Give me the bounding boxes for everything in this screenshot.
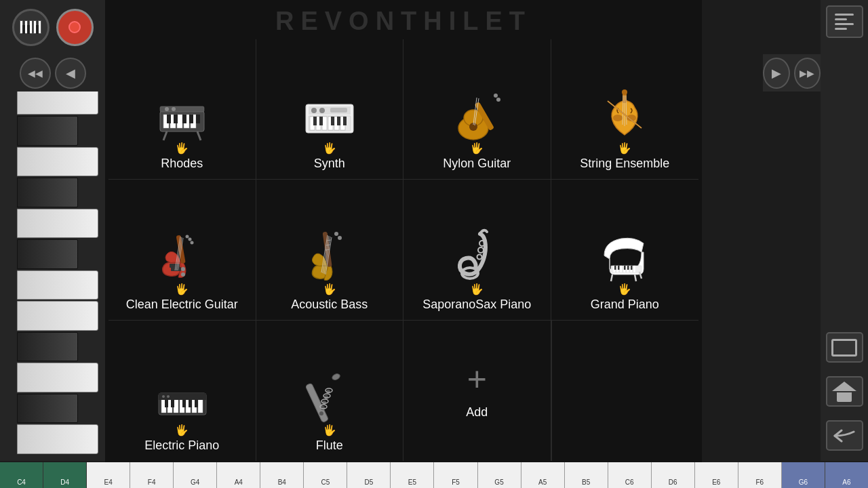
key-e5[interactable]: E5: [391, 462, 434, 488]
svg-rect-3: [177, 115, 182, 128]
saxophone-icon: [450, 228, 504, 283]
svg-rect-84: [627, 266, 629, 270]
svg-line-86: [611, 274, 612, 281]
svg-rect-26: [331, 117, 334, 125]
acoustic-bass-pin-icon: 🖐: [323, 283, 336, 296]
svg-point-53: [186, 235, 189, 238]
flute-label: Flute: [316, 439, 343, 453]
rewind-button[interactable]: ◀◀: [20, 58, 51, 89]
svg-rect-81: [614, 266, 616, 270]
fast-forward-button[interactable]: ▶▶: [794, 58, 821, 89]
svg-rect-96: [198, 399, 203, 413]
instrument-cell-saporano-sax[interactable]: 🖐 SaporanoSax Piano: [403, 180, 551, 320]
svg-rect-20: [322, 117, 327, 130]
grand-piano-label: Grand Piano: [591, 298, 659, 312]
screen-button[interactable]: [826, 332, 863, 363]
acoustic-bass-icon: [302, 228, 357, 283]
svg-point-63: [334, 232, 338, 236]
key-c4[interactable]: C4: [0, 462, 43, 488]
instrument-cell-acoustic-bass[interactable]: 🖐 Acoustic Bass: [256, 180, 404, 320]
nylon-guitar-pin-icon: 🖐: [470, 142, 484, 155]
instrument-cell-synth[interactable]: 🖐 Synth: [256, 39, 404, 180]
svg-point-64: [338, 236, 342, 240]
key-d4[interactable]: D4: [43, 462, 87, 488]
step-back-button[interactable]: ◀: [55, 58, 86, 89]
synth-icon: [300, 94, 358, 142]
svg-rect-6: [167, 115, 171, 123]
sax-pin-icon: 🖐: [470, 283, 484, 296]
synth-pin-icon: 🖐: [323, 142, 336, 155]
key-f5[interactable]: F5: [434, 462, 477, 488]
key-b4[interactable]: B4: [260, 462, 304, 488]
acoustic-bass-label: Acoustic Bass: [291, 298, 368, 312]
svg-line-11: [163, 131, 167, 140]
rhodes-pin-icon: 🖐: [175, 142, 189, 155]
home-button[interactable]: [826, 376, 863, 407]
svg-rect-24: [313, 117, 317, 125]
electric-piano-icon: [153, 380, 211, 424]
key-c6[interactable]: C6: [608, 462, 652, 488]
key-d6[interactable]: D6: [652, 462, 695, 488]
svg-point-31: [319, 108, 325, 113]
back-button[interactable]: [826, 420, 863, 451]
sax-label: SaporanoSax Piano: [422, 298, 531, 312]
add-label: Add: [466, 405, 488, 420]
instrument-cell-electric-piano[interactable]: 🖐 Electric Piano: [108, 321, 256, 461]
key-g5[interactable]: G5: [478, 462, 521, 488]
key-g4[interactable]: G4: [174, 462, 217, 488]
key-f4[interactable]: F4: [130, 462, 174, 488]
string-ensemble-label: String Ensemble: [580, 157, 669, 171]
record-button[interactable]: [56, 9, 94, 46]
svg-point-55: [191, 241, 194, 244]
svg-rect-9: [189, 115, 193, 123]
svg-rect-85: [631, 266, 633, 270]
key-c5[interactable]: C5: [304, 462, 347, 488]
svg-point-37: [494, 94, 498, 98]
svg-rect-27: [337, 117, 340, 125]
instrument-cell-flute[interactable]: 🖐 Flute: [256, 321, 404, 461]
flute-pin-icon: 🖐: [323, 424, 336, 436]
key-e4[interactable]: E4: [87, 462, 130, 488]
svg-point-15: [172, 107, 176, 111]
svg-rect-32: [330, 108, 347, 113]
grand-piano-pin-icon: 🖐: [618, 283, 631, 296]
electric-piano-pin-icon: 🖐: [175, 424, 189, 436]
svg-rect-28: [343, 117, 347, 125]
step-forward-button[interactable]: ▶: [763, 58, 790, 89]
instrument-cell-string-ensemble[interactable]: 🖐 String Ensemble: [551, 39, 699, 180]
svg-point-52: [181, 272, 185, 277]
flute-icon: [302, 373, 357, 424]
keyboard-bar: C4 D4 E4 F4 G4 A4 B4 C5 D5 E5 F5 G5 A5 B…: [0, 462, 868, 488]
instrument-overlay: REVONTHILET: [105, 0, 702, 464]
app-title: REVONTHILET: [105, 0, 702, 39]
piano-keys-button[interactable]: [12, 9, 50, 46]
svg-line-87: [635, 274, 636, 281]
instrument-cell-clean-electric-guitar[interactable]: 🖐 Clean Electric Guitar: [108, 180, 256, 320]
svg-rect-50: [171, 267, 181, 271]
rhodes-icon: [153, 94, 211, 142]
instrument-cell-nylon-guitar[interactable]: 🖐 Nylon Guitar: [403, 39, 551, 180]
svg-point-30: [311, 108, 317, 113]
svg-point-104: [167, 395, 170, 398]
key-b5[interactable]: B5: [565, 462, 608, 488]
key-a4[interactable]: A4: [217, 462, 260, 488]
key-a5[interactable]: A5: [521, 462, 565, 488]
svg-point-71: [478, 247, 484, 253]
electric-piano-label: Electric Piano: [144, 439, 219, 453]
list-menu-button[interactable]: [826, 5, 863, 38]
svg-point-103: [162, 395, 165, 398]
key-f6[interactable]: F6: [738, 462, 782, 488]
key-d5[interactable]: D5: [347, 462, 391, 488]
key-g6[interactable]: G6: [782, 462, 825, 488]
instrument-cell-add[interactable]: + Add: [403, 321, 551, 461]
key-e6[interactable]: E6: [695, 462, 738, 488]
svg-point-14: [165, 107, 169, 111]
string-ensemble-pin-icon: 🖐: [618, 142, 631, 155]
key-a6[interactable]: A6: [825, 462, 868, 488]
svg-rect-10: [196, 115, 200, 123]
instrument-cell-rhodes[interactable]: 🖐 Rhodes: [108, 39, 256, 180]
synth-label: Synth: [314, 157, 345, 171]
svg-rect-102: [159, 393, 206, 400]
instrument-cell-grand-piano[interactable]: 🖐 Grand Piano: [551, 180, 699, 320]
svg-rect-83: [624, 266, 626, 270]
